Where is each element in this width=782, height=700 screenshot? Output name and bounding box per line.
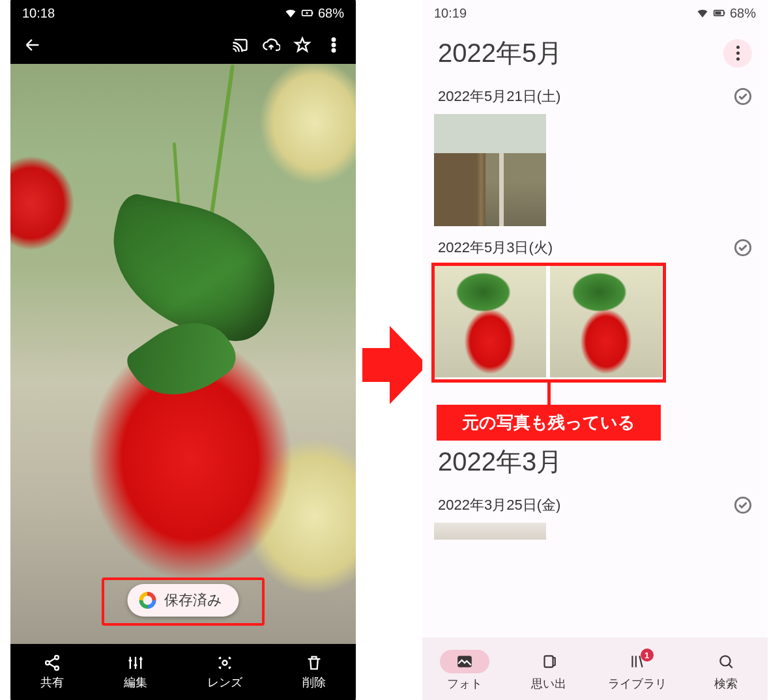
svg-point-3 <box>332 44 336 47</box>
cloud-upload-icon <box>262 36 280 54</box>
photo-thumbnail[interactable] <box>434 265 546 377</box>
share-button[interactable]: 共有 <box>40 654 64 690</box>
status-time: 10:18 <box>22 6 55 21</box>
wifi-icon <box>284 7 297 20</box>
date-section-header[interactable]: 2022年5月3日(火) <box>422 226 768 265</box>
lens-label: レンズ <box>207 675 242 690</box>
photo-top-toolbar <box>10 26 356 64</box>
date-label: 2022年5月21日(土) <box>438 87 560 106</box>
photo-thumbnail[interactable] <box>550 265 662 377</box>
more-button[interactable] <box>318 29 349 61</box>
date-section-header[interactable]: 2022年5月21日(土) <box>422 75 768 114</box>
svg-point-17 <box>720 656 730 665</box>
annotation-label: 元の写真も残っている <box>437 405 661 441</box>
status-battery: 68% <box>318 6 344 21</box>
share-icon <box>43 654 61 672</box>
status-bar: 10:18 68% <box>10 0 356 26</box>
nav-memories-label: 思い出 <box>531 676 566 692</box>
phone-right-photo-grid: 10:19 68% 2022年5月 2022年5月21日(土) 2022年5月3… <box>422 0 768 700</box>
nav-search-label: 検索 <box>714 676 738 692</box>
svg-point-2 <box>332 38 336 42</box>
cast-button[interactable] <box>224 29 255 61</box>
more-vert-icon <box>736 46 740 61</box>
status-time: 10:19 <box>434 6 467 21</box>
svg-rect-1 <box>312 12 313 14</box>
month-title: 2022年3月 <box>438 444 752 480</box>
edit-sliders-icon <box>126 654 145 672</box>
annotated-thumbnail-group: 元の写真も残っている <box>422 265 674 377</box>
month-more-button[interactable] <box>723 39 752 68</box>
svg-rect-16 <box>544 656 553 667</box>
annotation-connector <box>547 383 551 406</box>
cloud-upload-button[interactable] <box>255 29 287 61</box>
svg-point-8 <box>223 661 227 665</box>
status-battery: 68% <box>730 6 756 21</box>
back-button[interactable] <box>17 29 48 61</box>
library-badge: 1 <box>641 649 654 662</box>
cast-icon <box>231 36 249 54</box>
delete-label: 削除 <box>302 675 326 690</box>
date-label: 2022年5月3日(火) <box>438 238 553 257</box>
star-icon <box>293 36 311 54</box>
phone-left-photo-viewer: 10:18 68% <box>10 0 356 700</box>
date-label: 2022年3月25日(金) <box>438 495 560 515</box>
share-label: 共有 <box>40 675 64 690</box>
battery-charging-icon <box>301 7 314 20</box>
lens-icon <box>216 654 234 672</box>
nav-library-label: ライブラリ <box>608 676 667 692</box>
photo-thumbnail-partial[interactable] <box>434 523 546 540</box>
select-all-icon[interactable] <box>734 87 752 106</box>
trash-icon <box>305 654 323 672</box>
svg-point-4 <box>332 49 336 52</box>
delete-button[interactable]: 削除 <box>302 654 326 690</box>
wifi-icon <box>696 7 709 20</box>
google-photos-logo-icon <box>139 592 156 609</box>
edit-button[interactable]: 編集 <box>124 654 147 690</box>
transition-arrow-icon <box>362 326 427 404</box>
comparison-stage: 10:18 68% <box>0 0 782 700</box>
battery-icon <box>713 7 726 20</box>
memories-icon <box>540 653 557 670</box>
month-title: 2022年5月 <box>438 35 562 71</box>
search-icon <box>717 653 734 670</box>
back-arrow-icon <box>23 36 42 54</box>
status-bar: 10:19 68% <box>422 0 768 26</box>
select-all-icon[interactable] <box>734 496 752 514</box>
photo-thumbnail[interactable] <box>434 114 546 226</box>
favorite-button[interactable] <box>287 29 318 61</box>
saved-toast-label: 保存済み <box>164 591 222 610</box>
edit-label: 編集 <box>124 675 147 690</box>
month-header: 2022年5月 <box>422 26 768 75</box>
nav-photos[interactable]: フォト <box>440 650 489 692</box>
nav-library[interactable]: 1 ライブラリ <box>608 650 667 692</box>
svg-rect-11 <box>715 12 721 15</box>
svg-rect-10 <box>724 12 725 14</box>
saved-toast: 保存済み <box>128 584 239 617</box>
select-all-icon[interactable] <box>734 239 752 257</box>
photos-icon <box>456 653 473 670</box>
lens-button[interactable]: レンズ <box>207 654 242 690</box>
nav-photos-label: フォト <box>447 676 482 692</box>
photo-bottom-actions: 共有 編集 レンズ 削除 <box>10 644 356 700</box>
thumbnail-row <box>422 114 768 226</box>
photo-viewport[interactable]: 保存済み <box>10 64 356 644</box>
bottom-navigation: フォト 思い出 1 ライブラリ 検索 <box>422 637 768 700</box>
nav-memories[interactable]: 思い出 <box>524 650 573 692</box>
date-section-header[interactable]: 2022年3月25日(金) <box>422 484 768 523</box>
nav-search[interactable]: 検索 <box>701 650 751 692</box>
more-vert-icon <box>325 36 343 54</box>
